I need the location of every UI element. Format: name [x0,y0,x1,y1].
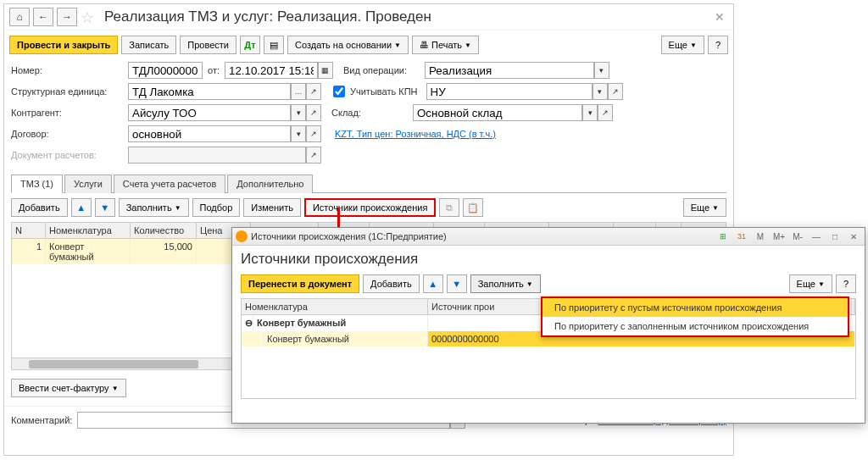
stock-label: Склад: [331,108,408,118]
add-row-button[interactable]: Добавить [11,198,68,217]
calc-doc-label: Документ расчетов: [11,150,123,160]
help-button[interactable]: ? [708,36,728,54]
move-down-button[interactable]: ▼ [95,198,115,217]
structure-icon-button[interactable]: ▤ [264,36,284,54]
popup-title: Источники происхождения [232,246,865,271]
popup-help-button[interactable]: ? [836,274,856,293]
printer-icon: 🖶 [420,40,429,50]
popup-close-icon[interactable]: ✕ [846,230,861,243]
calc-icon[interactable]: ⊞ [715,230,731,243]
menu-item-filled-source[interactable]: По приоритету с заполненным источником п… [542,317,848,335]
favorite-star-icon[interactable]: ☆ [81,8,97,25]
date-field[interactable] [225,62,318,79]
number-label: Номер: [11,65,123,75]
price-type-link[interactable]: KZT, Тип цен: Розничная, НДС (в т.ч.) [335,129,496,139]
more-button[interactable]: Еще ▼ [661,36,704,54]
menu-item-empty-source[interactable]: По приоритету с пустым источником происх… [542,298,848,317]
transfer-button[interactable]: Перенести в документ [241,274,359,293]
kpn-checkbox[interactable] [333,86,345,97]
unit-open[interactable]: ↗ [306,83,321,100]
operation-field[interactable] [425,62,594,79]
counterparty-field[interactable] [128,104,291,121]
fill-button[interactable]: Заполнить ▼ [119,198,189,217]
contract-field[interactable] [128,125,291,142]
kpn-field[interactable] [426,83,593,100]
fill-menu: По приоритету с пустым источником происх… [541,297,849,337]
stock-field[interactable] [413,104,582,121]
popup-window-title: Источники происхождения (1С:Предприятие) [251,231,447,241]
operation-dd[interactable]: ▾ [594,62,609,79]
operation-label: Вид операции: [343,65,420,75]
forward-button[interactable]: → [57,8,77,26]
tab-more-button[interactable]: Еще ▼ [683,198,726,217]
m-minus-button[interactable]: M- [790,230,805,243]
post-button[interactable]: Провести [180,36,236,54]
popup-up-button[interactable]: ▲ [423,274,443,293]
copy-icon-button[interactable]: ⧉ [439,198,459,217]
popup-add-button[interactable]: Добавить [363,274,420,293]
m-button[interactable]: M [753,230,768,243]
counterparty-label: Контрагент: [11,108,123,118]
write-button[interactable]: Записать [121,36,176,54]
from-label: от: [208,65,220,75]
popup-more-button[interactable]: Еще ▼ [789,274,832,293]
post-and-close-button[interactable]: Провести и закрыть [9,36,118,54]
counter-open[interactable]: ↗ [306,104,321,121]
tab-tmz[interactable]: ТМЗ (1) [11,175,63,193]
stock-dd[interactable]: ▾ [582,104,598,121]
col-nom: Номенклатура [46,223,131,238]
kpn-label: Учитывать КПН [350,86,418,97]
unit-label: Структурная единица: [11,86,123,97]
move-up-button[interactable]: ▲ [71,198,92,217]
m-plus-button[interactable]: M+ [771,230,787,243]
date-picker-button[interactable]: ▦ [318,62,333,79]
kpn-open[interactable]: ↗ [608,83,623,100]
close-icon[interactable]: ✕ [711,10,728,24]
page-title: Реализация ТМЗ и услуг: Реализация. Пров… [104,8,431,25]
tab-additional[interactable]: Дополнительно [227,175,313,193]
popup-col-nom: Номенклатура [242,299,428,314]
col-qty: Количество [131,223,197,238]
col-n: N [12,223,46,238]
calendar-icon[interactable]: 31 [734,230,749,243]
change-button[interactable]: Изменить [243,198,301,217]
tab-accounts[interactable]: Счета учета расчетов [114,175,225,193]
dk-icon-button[interactable]: Дт [240,36,260,54]
maximize-icon[interactable]: □ [827,230,843,243]
paste-icon-button[interactable]: 📋 [463,198,483,217]
unit-field[interactable] [128,83,291,100]
back-button[interactable]: ← [33,8,53,26]
minimize-icon[interactable]: — [809,230,824,243]
unit-select[interactable]: … [291,83,306,100]
select-button[interactable]: Подбор [192,198,241,217]
home-button[interactable]: ⌂ [9,8,30,26]
popup-down-button[interactable]: ▼ [447,274,467,293]
calc-open[interactable]: ↗ [306,147,321,163]
kpn-dd[interactable]: ▾ [593,83,608,100]
create-based-button[interactable]: Создать на основании ▼ [287,36,409,54]
number-field[interactable] [128,62,203,79]
app-icon [236,230,248,242]
contract-dd[interactable]: ▾ [291,125,306,142]
sources-button[interactable]: Источники происхождения [304,198,436,217]
tab-services[interactable]: Услуги [64,175,112,193]
calc-doc-field [128,147,306,163]
stock-open[interactable]: ↗ [598,104,613,121]
counter-dd[interactable]: ▾ [291,104,306,121]
invoice-button[interactable]: Ввести счет-фактуру ▼ [11,379,126,397]
contract-open[interactable]: ↗ [306,125,321,142]
popup-fill-button[interactable]: Заполнить ▼ [470,274,541,293]
comment-label: Комментарий: [11,415,72,425]
print-button[interactable]: 🖶 Печать ▼ [412,36,479,54]
contract-label: Договор: [11,129,123,139]
